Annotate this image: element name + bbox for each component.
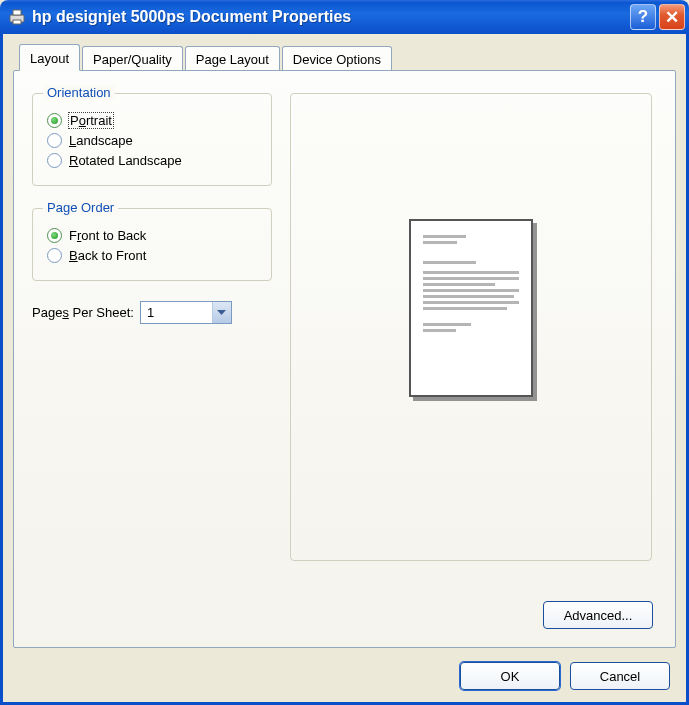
radio-landscape[interactable]: Landscape: [47, 133, 257, 148]
title-bar: hp designjet 5000ps Document Properties …: [0, 0, 689, 34]
printer-icon: [8, 8, 26, 26]
orientation-legend: Orientation: [43, 85, 115, 100]
ok-button[interactable]: OK: [460, 662, 560, 690]
radio-label: Landscape: [69, 133, 133, 148]
pages-per-sheet-combo[interactable]: 1: [140, 301, 232, 324]
button-label: Advanced...: [564, 608, 633, 623]
radio-label: Back to Front: [69, 248, 146, 263]
advanced-button[interactable]: Advanced...: [543, 601, 653, 629]
page-order-group: Page Order Front to Back Back to Front: [32, 208, 272, 281]
tab-device-options[interactable]: Device Options: [282, 46, 392, 71]
close-button[interactable]: ✕: [659, 4, 685, 30]
button-label: OK: [501, 669, 520, 684]
help-button[interactable]: ?: [630, 4, 656, 30]
orientation-group: Orientation Portrait Landscape Rotated L…: [32, 93, 272, 186]
combo-value: 1: [141, 302, 212, 323]
radio-label: Portrait: [69, 113, 113, 128]
radio-icon: [47, 133, 62, 148]
chevron-down-icon: [212, 302, 231, 323]
page-order-legend: Page Order: [43, 200, 118, 215]
window-title: hp designjet 5000ps Document Properties: [32, 8, 627, 26]
help-icon: ?: [638, 7, 648, 27]
dialog-buttons: OK Cancel: [460, 662, 670, 690]
cancel-button[interactable]: Cancel: [570, 662, 670, 690]
radio-rotated-landscape[interactable]: Rotated Landscape: [47, 153, 257, 168]
preview-panel: [290, 93, 652, 561]
page-preview: [409, 219, 533, 397]
radio-portrait[interactable]: Portrait: [47, 113, 257, 128]
client-area: Layout Paper/Quality Page Layout Device …: [0, 34, 689, 705]
left-column: Orientation Portrait Landscape Rotated L…: [32, 85, 272, 324]
button-label: Cancel: [600, 669, 640, 684]
close-icon: ✕: [665, 7, 679, 28]
radio-front-to-back[interactable]: Front to Back: [47, 228, 257, 243]
tab-panel-layout: Orientation Portrait Landscape Rotated L…: [13, 70, 676, 648]
tab-label: Layout: [30, 51, 69, 66]
svg-rect-2: [13, 20, 21, 24]
tab-strip: Layout Paper/Quality Page Layout Device …: [19, 42, 676, 70]
pages-per-sheet-label: Pages Per Sheet:: [32, 305, 134, 320]
radio-icon: [47, 248, 62, 263]
radio-label: Rotated Landscape: [69, 153, 182, 168]
tab-layout[interactable]: Layout: [19, 44, 80, 71]
tab-label: Page Layout: [196, 52, 269, 67]
tab-paper-quality[interactable]: Paper/Quality: [82, 46, 183, 71]
svg-rect-1: [13, 10, 21, 15]
tab-label: Paper/Quality: [93, 52, 172, 67]
pages-per-sheet-row: Pages Per Sheet: 1: [32, 301, 272, 324]
radio-icon: [47, 113, 62, 128]
radio-back-to-front[interactable]: Back to Front: [47, 248, 257, 263]
radio-label: Front to Back: [69, 228, 146, 243]
radio-icon: [47, 153, 62, 168]
tab-page-layout[interactable]: Page Layout: [185, 46, 280, 71]
tab-label: Device Options: [293, 52, 381, 67]
radio-icon: [47, 228, 62, 243]
